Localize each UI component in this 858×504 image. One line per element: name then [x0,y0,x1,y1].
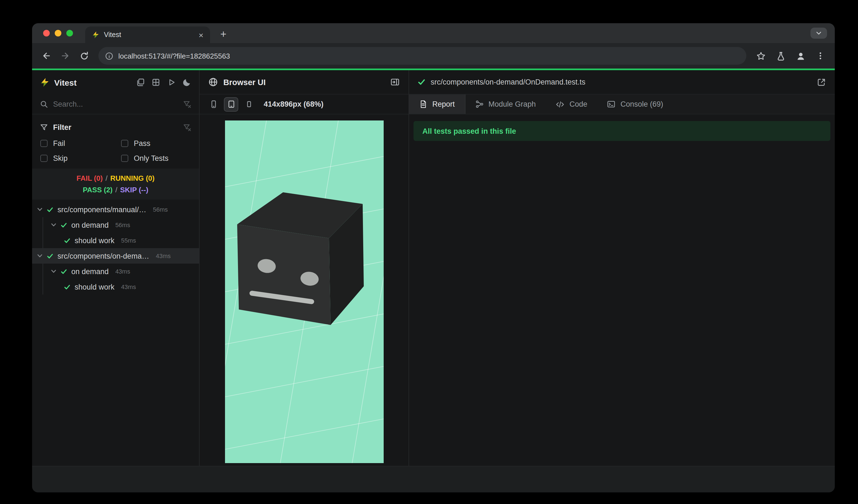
tree-row[interactable]: on demand 43ms [32,264,199,279]
filter-checkbox-only-tests[interactable]: Only Tests [121,154,191,162]
panel-title: Browser UI [223,78,266,86]
zoom-window-button[interactable] [66,30,73,36]
tab-search-button[interactable] [810,28,827,39]
search-icon [40,100,48,108]
check-icon [61,222,67,228]
app-footer [32,466,835,492]
sidebar-actions [136,78,191,87]
search-input[interactable] [53,100,178,108]
browser-preview[interactable] [225,120,383,463]
person-icon [796,51,805,61]
chevron-down-icon[interactable] [51,269,57,274]
browser-ui-header: Browser UI [200,70,409,95]
bookmark-button[interactable] [752,47,769,65]
skip-count: SKIP (--) [120,186,148,194]
chevron-down-icon[interactable] [51,222,57,228]
dashboard-button[interactable] [136,78,145,87]
vitest-favicon [92,31,99,39]
check-icon [418,79,425,86]
tree-row[interactable]: src/components/on-dema… 43ms [32,248,199,264]
tree-row[interactable]: src/components/manual/… 56ms [32,202,199,217]
filter-checkbox-pass[interactable]: Pass [121,139,191,148]
url-text: localhost:5173/#/?file=1828625563 [118,52,230,60]
device-tablet-button[interactable] [224,97,238,111]
filter-checkbox-fail[interactable]: Fail [41,139,121,148]
tab-report[interactable]: Report [409,95,465,114]
checkbox-label: Only Tests [134,154,169,162]
check-icon [47,253,53,259]
test-tree: src/components/manual/… 56ms on demand [32,199,199,466]
minimize-window-button[interactable] [55,30,61,36]
report-header: src/components/on-demand/OnDemand.test.t… [409,70,835,95]
filter-title-row: Filter [40,120,191,134]
star-icon [756,51,765,61]
panel-right-icon [390,77,400,87]
robot-cube-scene [225,120,383,463]
flask-icon [776,51,785,61]
tree-row[interactable]: should work 43ms [32,279,199,295]
test-case-label: should work [75,236,114,245]
window-stack-icon [136,78,145,87]
check-icon [64,284,70,290]
browser-tab[interactable]: Vitest × [85,27,210,43]
forward-button[interactable] [57,47,74,65]
tab-close-icon[interactable]: × [197,31,205,39]
tab-console[interactable]: Console (69) [597,95,673,114]
device-toolbar: 414x896px (68%) [200,95,409,114]
status-summary: FAIL (0)/RUNNING (0) PASS (2)/SKIP (--) [32,168,199,199]
device-phone-button[interactable] [206,97,221,111]
tree-row[interactable]: should work 55ms [32,233,199,248]
check-icon [61,268,67,274]
chevron-down-icon[interactable] [37,253,43,259]
reload-icon [79,51,89,61]
new-tab-button[interactable]: + [216,27,231,42]
filter-title: Filter [53,123,71,131]
tab-title: Vitest [104,31,193,39]
grid-icon [152,78,160,87]
dock-panel-button[interactable] [390,77,400,87]
clear-search-filter-button[interactable] [183,100,191,108]
status-line-1: FAIL (0)/RUNNING (0) [32,173,199,184]
status-line-2: PASS (2)/SKIP (--) [32,184,199,196]
mobile-small-icon [244,100,253,108]
filter-checkbox-skip[interactable]: Skip [41,154,121,162]
test-file-label: src/components/on-dema… [58,252,149,260]
fail-count: FAIL (0) [77,174,103,182]
checkbox [121,155,128,162]
funnel-icon [40,123,48,131]
tree-row[interactable]: on demand 56ms [32,217,199,233]
theme-toggle-button[interactable] [182,78,191,87]
device-small-button[interactable] [242,97,256,111]
panels: Vitest [32,70,835,466]
running-count: RUNNING (0) [110,174,155,182]
close-window-button[interactable] [43,30,50,36]
test-duration: 56ms [153,206,168,213]
chevron-down-icon [815,29,823,37]
kebab-menu-icon [816,51,825,60]
run-all-button[interactable] [167,78,176,87]
experiments-button[interactable] [772,47,790,65]
site-info-icon[interactable] [105,52,113,60]
back-button[interactable] [37,47,55,65]
reload-button[interactable] [75,47,93,65]
code-icon [556,100,565,109]
viewport-size-label: 414x896px (68%) [264,100,323,108]
test-duration: 55ms [121,237,136,244]
address-bar[interactable]: localhost:5173/#/?file=1828625563 [98,47,746,65]
profile-button[interactable] [792,47,809,65]
back-arrow-icon [42,51,51,61]
reset-filters-button[interactable] [183,123,191,131]
test-duration: 43ms [115,268,130,275]
browser-ui-panel: Browser UI [200,70,409,466]
tab-code[interactable]: Code [546,95,597,114]
menu-button[interactable] [812,47,829,65]
external-link-icon [817,78,826,86]
layout-button[interactable] [152,78,160,87]
chevron-down-icon[interactable] [37,207,43,212]
globe-icon [208,77,218,87]
open-external-button[interactable] [817,78,826,86]
module-graph-icon [475,100,483,108]
report-body: All tests passed in this file [409,114,835,466]
tab-module-graph[interactable]: Module Graph [465,95,546,114]
checkbox [41,155,48,162]
